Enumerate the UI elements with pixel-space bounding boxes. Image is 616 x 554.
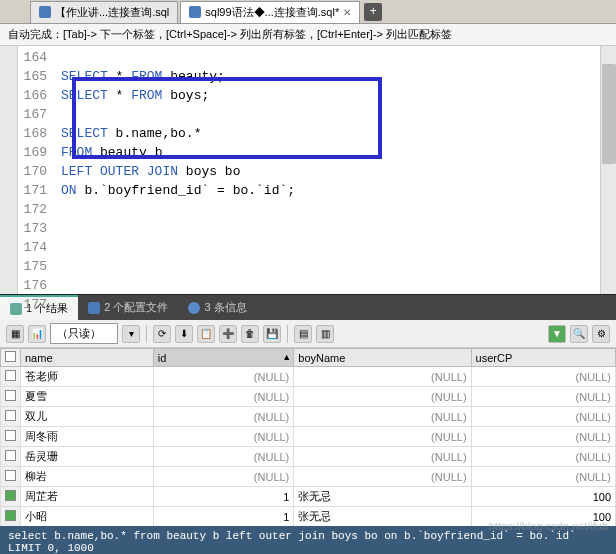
cell-usercp[interactable]: (NULL) [471, 447, 615, 467]
cell-boyname[interactable]: (NULL) [294, 467, 471, 487]
table-row[interactable]: 岳灵珊(NULL)(NULL)(NULL) [1, 447, 616, 467]
results-toolbar: ▦ 📊 （只读） ▾ ⟳ ⬇ 📋 ➕ 🗑 💾 ▤ ▥ ▼ 🔍 ⚙ [0, 320, 616, 348]
code-area[interactable]: SELECT * FROM beauty; SELECT * FROM boys… [53, 46, 616, 294]
cell-usercp[interactable]: 100 [471, 487, 615, 507]
cell-id[interactable]: (NULL) [153, 447, 294, 467]
vertical-scrollbar[interactable] [600, 46, 616, 294]
chart-button[interactable]: 📊 [28, 325, 46, 343]
readonly-select[interactable]: （只读） [50, 323, 118, 344]
grid-view-button[interactable]: ▦ [6, 325, 24, 343]
cell-usercp[interactable]: 100 [471, 507, 615, 527]
query-display-bar: select b.name,bo.* from beauty b left ou… [0, 526, 616, 554]
row-checkbox[interactable] [1, 447, 21, 467]
row-checkbox[interactable] [1, 387, 21, 407]
select-all-header[interactable] [1, 349, 21, 367]
row-checkbox[interactable] [1, 367, 21, 387]
cell-id[interactable]: 1 [153, 507, 294, 527]
save-button[interactable]: 💾 [263, 325, 281, 343]
cell-name[interactable]: 小昭 [21, 507, 154, 527]
add-tab-button[interactable]: + [364, 3, 382, 21]
sql-file-icon [189, 6, 201, 18]
autocomplete-hint: 自动完成：[Tab]-> 下一个标签，[Ctrl+Space]-> 列出所有标签… [0, 24, 616, 46]
export-button[interactable]: ⬇ [175, 325, 193, 343]
tab-file-1[interactable]: 【作业讲...连接查询.sql [30, 1, 178, 23]
cell-name[interactable]: 苍老师 [21, 367, 154, 387]
cell-name[interactable]: 周芷若 [21, 487, 154, 507]
scrollbar-thumb[interactable] [602, 64, 616, 164]
results-table: name ▲id boyName userCP 苍老师(NULL)(NULL)(… [0, 348, 616, 526]
sql-editor[interactable]: 164165166 167168169 170171172 173174175 … [0, 46, 616, 294]
cell-name[interactable]: 周冬雨 [21, 427, 154, 447]
tab-label: sql99语法◆...连接查询.sql* [205, 5, 339, 20]
cell-boyname[interactable]: (NULL) [294, 427, 471, 447]
gutter [0, 46, 18, 294]
filter-button[interactable]: ▼ [548, 325, 566, 343]
add-row-button[interactable]: ➕ [219, 325, 237, 343]
cell-usercp[interactable]: (NULL) [471, 387, 615, 407]
row-checkbox[interactable] [1, 467, 21, 487]
table-row[interactable]: 双儿(NULL)(NULL)(NULL) [1, 407, 616, 427]
delete-row-button[interactable]: 🗑 [241, 325, 259, 343]
search-button[interactable]: 🔍 [570, 325, 588, 343]
row-checkbox[interactable] [1, 507, 21, 527]
column-id[interactable]: ▲id [153, 349, 294, 367]
dropdown-button[interactable]: ▾ [122, 325, 140, 343]
cell-boyname[interactable]: (NULL) [294, 367, 471, 387]
cell-boyname[interactable]: 张无忌 [294, 507, 471, 527]
cell-id[interactable]: (NULL) [153, 367, 294, 387]
cell-name[interactable]: 夏雪 [21, 387, 154, 407]
column-boyname[interactable]: boyName [294, 349, 471, 367]
form-mode-button[interactable]: ▥ [316, 325, 334, 343]
grid-mode-button[interactable]: ▤ [294, 325, 312, 343]
row-checkbox[interactable] [1, 487, 21, 507]
sql-file-icon [39, 6, 51, 18]
cell-boyname[interactable]: 张无忌 [294, 487, 471, 507]
cell-id[interactable]: 1 [153, 487, 294, 507]
cell-boyname[interactable]: (NULL) [294, 387, 471, 407]
cell-usercp[interactable]: (NULL) [471, 407, 615, 427]
results-grid[interactable]: name ▲id boyName userCP 苍老师(NULL)(NULL)(… [0, 348, 616, 526]
table-row[interactable]: 周芷若1张无忌100 [1, 487, 616, 507]
editor-tabs: 【作业讲...连接查询.sql sql99语法◆...连接查询.sql* ✕ + [0, 0, 616, 24]
cell-name[interactable]: 双儿 [21, 407, 154, 427]
close-icon[interactable]: ✕ [343, 7, 351, 18]
column-name[interactable]: name [21, 349, 154, 367]
cell-boyname[interactable]: (NULL) [294, 407, 471, 427]
cell-boyname[interactable]: (NULL) [294, 447, 471, 467]
row-checkbox[interactable] [1, 407, 21, 427]
table-row[interactable]: 苍老师(NULL)(NULL)(NULL) [1, 367, 616, 387]
refresh-button[interactable]: ⟳ [153, 325, 171, 343]
cell-name[interactable]: 柳岩 [21, 467, 154, 487]
cell-name[interactable]: 岳灵珊 [21, 447, 154, 467]
line-numbers: 164165166 167168169 170171172 173174175 … [18, 46, 53, 294]
cell-usercp[interactable]: (NULL) [471, 427, 615, 447]
settings-button[interactable]: ⚙ [592, 325, 610, 343]
tab-file-2[interactable]: sql99语法◆...连接查询.sql* ✕ [180, 1, 360, 23]
cell-id[interactable]: (NULL) [153, 427, 294, 447]
table-row[interactable]: 周冬雨(NULL)(NULL)(NULL) [1, 427, 616, 447]
cell-id[interactable]: (NULL) [153, 407, 294, 427]
row-checkbox[interactable] [1, 427, 21, 447]
cell-usercp[interactable]: (NULL) [471, 367, 615, 387]
table-row[interactable]: 夏雪(NULL)(NULL)(NULL) [1, 387, 616, 407]
tab-label: 【作业讲...连接查询.sql [55, 5, 169, 20]
table-row[interactable]: 柳岩(NULL)(NULL)(NULL) [1, 467, 616, 487]
column-usercp[interactable]: userCP [471, 349, 615, 367]
table-row[interactable]: 小昭1张无忌100 [1, 507, 616, 527]
copy-button[interactable]: 📋 [197, 325, 215, 343]
cell-id[interactable]: (NULL) [153, 387, 294, 407]
cell-id[interactable]: (NULL) [153, 467, 294, 487]
cell-usercp[interactable]: (NULL) [471, 467, 615, 487]
